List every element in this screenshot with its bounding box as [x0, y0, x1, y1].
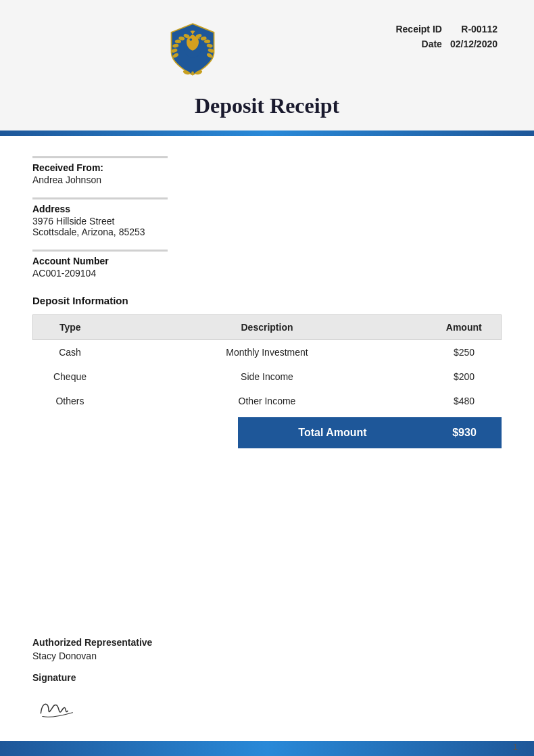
- account-number-section: Account Number AC001-209104: [32, 250, 502, 279]
- svg-point-5: [175, 40, 181, 43]
- svg-point-1: [190, 39, 193, 41]
- row-type: Cash: [33, 340, 107, 365]
- received-from-section: Received From: Andrea Johnson: [32, 156, 502, 185]
- blue-bar-top: [0, 131, 534, 136]
- row-type: Others: [33, 389, 107, 413]
- receipt-id-label: Receipt ID: [391, 22, 445, 37]
- total-value: $930: [427, 417, 502, 448]
- logo-area: [32, 19, 353, 87]
- table-row: Cash Monthly Investment $250: [33, 340, 502, 365]
- header: Receipt ID R-00112 Date 02/12/2020: [0, 0, 534, 87]
- page-title: Deposit Receipt: [0, 93, 534, 118]
- row-description: Monthly Investment: [107, 340, 427, 365]
- table-header-row: Type Description Amount: [33, 315, 502, 340]
- signature-label: Signature: [32, 672, 502, 683]
- received-from-value: Andrea Johnson: [32, 174, 502, 185]
- total-box: Total Amount $930: [238, 417, 502, 448]
- table-row: Others Other Income $480: [33, 389, 502, 413]
- deposit-table: Type Description Amount Cash Monthly Inv…: [32, 314, 502, 413]
- row-amount: $480: [427, 389, 502, 413]
- address-line2: Scottsdale, Arizona, 85253: [32, 227, 502, 237]
- divider: [32, 197, 168, 199]
- blue-bar-bottom: [0, 741, 534, 756]
- address-section: Address 3976 Hillside Street Scottsdale,…: [32, 197, 502, 237]
- page-number: 1: [513, 742, 518, 752]
- address-line1: 3976 Hillside Street: [32, 216, 502, 227]
- title-bar: Deposit Receipt: [0, 87, 534, 131]
- auth-section: Authorized Representative Stacy Donovan …: [0, 617, 534, 741]
- row-amount: $200: [427, 364, 502, 389]
- col-header-type: Type: [33, 315, 107, 340]
- row-amount: $250: [427, 340, 502, 365]
- received-from-label: Received From:: [32, 162, 502, 173]
- divider: [32, 250, 168, 252]
- svg-point-11: [204, 40, 210, 43]
- table-row: Cheque Side Income $200: [33, 364, 502, 389]
- receipt-id-value: R-00112: [446, 22, 502, 37]
- account-number-value: AC001-209104: [32, 268, 502, 279]
- svg-rect-14: [191, 71, 194, 74]
- address-label: Address: [32, 204, 502, 214]
- row-type: Cheque: [33, 364, 107, 389]
- deposit-info-title: Deposit Information: [32, 295, 502, 306]
- row-description: Side Income: [107, 364, 427, 389]
- signature-image: [34, 689, 91, 730]
- total-label: Total Amount: [238, 417, 427, 448]
- row-description: Other Income: [107, 389, 427, 413]
- col-header-amount: Amount: [427, 315, 502, 340]
- col-header-description: Description: [107, 315, 427, 340]
- main-content: Received From: Andrea Johnson Address 39…: [0, 136, 534, 617]
- logo-icon: [162, 19, 223, 80]
- receipt-page: Receipt ID R-00112 Date 02/12/2020 Depos…: [0, 0, 534, 756]
- divider: [32, 156, 168, 158]
- auth-rep-value: Stacy Donovan: [32, 651, 502, 661]
- account-number-label: Account Number: [32, 256, 502, 266]
- total-row: Total Amount $930: [32, 417, 502, 448]
- date-label: Date: [391, 37, 445, 51]
- auth-rep-label: Authorized Representative: [32, 637, 502, 648]
- receipt-meta: Receipt ID R-00112 Date 02/12/2020: [353, 19, 502, 51]
- date-value: 02/12/2020: [446, 37, 502, 51]
